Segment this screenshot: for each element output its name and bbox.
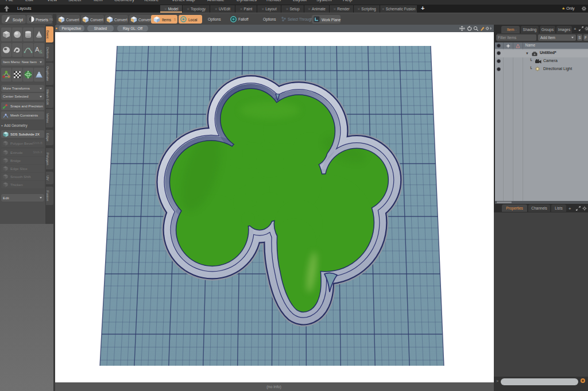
svg-text:&: & bbox=[39, 49, 42, 55]
